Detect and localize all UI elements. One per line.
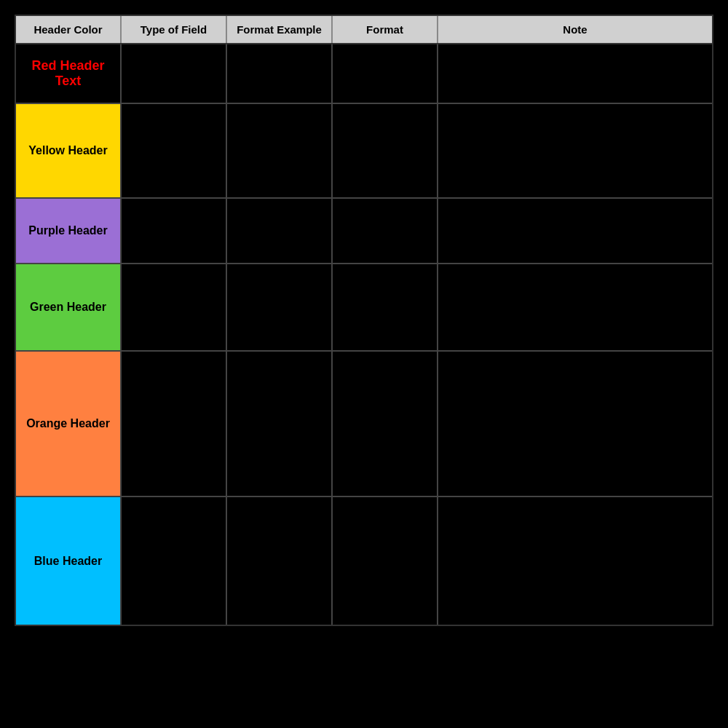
table-body: Red Header Text Yellow Header [16,44,712,625]
cell-yellow-type [122,104,227,197]
col-header-note-label: Note [563,23,587,36]
cell-red-note [438,44,712,103]
cell-blue-type [122,497,227,625]
table-row-blue: Blue Header [16,497,712,625]
cell-green-format-example [227,264,333,350]
cell-yellow-color-label: Yellow Header [28,144,108,157]
cell-yellow-color: Yellow Header [16,104,122,197]
cell-green-color: Green Header [16,264,122,350]
cell-orange-note [438,352,712,496]
cell-orange-format-example [227,352,333,496]
cell-orange-type [122,352,227,496]
cell-yellow-note [438,104,712,197]
table-row-orange: Orange Header [16,352,712,497]
col-header-format-label: Format [366,23,403,36]
main-table: Header Color Type of Field Format Exampl… [15,15,713,626]
col-header-format: Format [333,16,438,43]
col-header-format-example-label: Format Example [237,23,322,36]
table-header-row: Header Color Type of Field Format Exampl… [16,16,712,44]
cell-orange-color: Orange Header [16,352,122,496]
cell-blue-format-example [227,497,333,625]
cell-yellow-format-example [227,104,333,197]
cell-red-color-label: Red Header Text [22,58,114,89]
table-row-red: Red Header Text [16,44,712,104]
col-header-type-label: Type of Field [141,23,207,36]
cell-red-format-example [227,44,333,103]
table-row-green: Green Header [16,264,712,352]
page-container: Header Color Type of Field Format Exampl… [0,0,728,728]
cell-red-type [122,44,227,103]
cell-red-color: Red Header Text [16,44,122,103]
cell-blue-note [438,497,712,625]
cell-purple-color: Purple Header [16,199,122,263]
cell-purple-format [333,199,438,263]
cell-blue-color-label: Blue Header [34,555,102,568]
cell-green-type [122,264,227,350]
cell-red-format [333,44,438,103]
cell-purple-format-example [227,199,333,263]
cell-purple-color-label: Purple Header [28,224,107,237]
col-header-format-example: Format Example [227,16,333,43]
cell-yellow-format [333,104,438,197]
col-header-type: Type of Field [122,16,227,43]
table-row-purple: Purple Header [16,199,712,264]
col-header-color: Header Color [16,16,122,43]
cell-orange-format [333,352,438,496]
cell-green-format [333,264,438,350]
col-header-color-label: Header Color [33,23,102,36]
table-row-yellow: Yellow Header [16,104,712,199]
cell-blue-color: Blue Header [16,497,122,625]
cell-green-note [438,264,712,350]
col-header-note: Note [438,16,712,43]
cell-orange-color-label: Orange Header [26,417,110,430]
cell-purple-note [438,199,712,263]
cell-blue-format [333,497,438,625]
cell-green-color-label: Green Header [30,301,106,314]
cell-purple-type [122,199,227,263]
